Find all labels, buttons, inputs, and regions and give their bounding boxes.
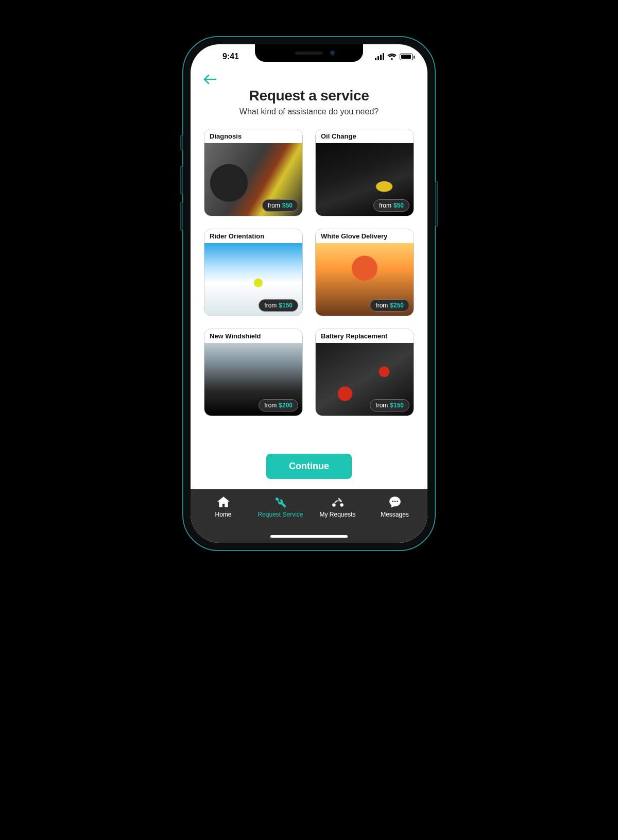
price-prefix: from [379, 202, 391, 209]
continue-button[interactable]: Continue [266, 454, 352, 479]
price-amount: $150 [279, 302, 293, 309]
price-prefix: from [375, 302, 388, 309]
price-pill: from$200 [259, 399, 298, 412]
service-card-battery-replacement[interactable]: Battery Replacementfrom$150 [315, 329, 414, 416]
bottom-nav: Home Request Service My Requests Message… [191, 489, 427, 543]
price-prefix: from [264, 402, 277, 409]
phone-screen: 9:41 [191, 44, 427, 543]
price-amount: $50 [393, 202, 404, 209]
side-button-vol-down [180, 202, 183, 231]
notch-speaker [295, 52, 323, 55]
nav-request-service[interactable]: Request Service [258, 495, 304, 518]
price-pill: from$250 [370, 299, 409, 312]
service-card-rider-orientation[interactable]: Rider Orientationfrom$150 [204, 229, 303, 316]
service-card-title: Battery Replacement [316, 329, 414, 343]
service-card-title: Diagnosis [204, 129, 302, 143]
nav-request-label: Request Service [258, 511, 303, 518]
chat-icon [388, 495, 402, 509]
service-card-title: Oil Change [316, 129, 414, 143]
side-button-mute [180, 135, 183, 150]
page-subtitle: What kind of assistance do you need? [201, 107, 417, 116]
service-grid: Diagnosisfrom$50Oil Changefrom$50Rider O… [191, 124, 427, 441]
status-indicators [375, 53, 413, 60]
motorcycle-icon [331, 495, 345, 509]
tools-icon [274, 495, 287, 509]
nav-mine-label: My Requests [319, 511, 355, 518]
home-icon [217, 495, 230, 509]
price-pill: from$150 [370, 399, 409, 412]
price-prefix: from [375, 402, 388, 409]
app-header [191, 69, 427, 87]
notch-camera [330, 50, 335, 56]
price-amount: $50 [282, 202, 293, 209]
price-amount: $200 [279, 402, 293, 409]
home-indicator[interactable] [270, 535, 348, 538]
stage: 9:41 [0, 0, 618, 840]
title-wrap: Request a service What kind of assistanc… [191, 87, 427, 124]
price-prefix: from [264, 302, 277, 309]
page-title: Request a service [201, 88, 417, 104]
service-card-new-windshield[interactable]: New Windshieldfrom$200 [204, 329, 303, 416]
back-button[interactable] [201, 72, 219, 87]
continue-wrap: Continue [191, 441, 427, 489]
price-pill: from$150 [259, 299, 298, 312]
cellular-icon [375, 53, 384, 60]
phone-frame: 9:41 [182, 36, 436, 551]
price-pill: from$50 [373, 199, 409, 212]
status-time: 9:41 [205, 52, 256, 61]
nav-home-label: Home [215, 511, 231, 518]
price-pill: from$50 [262, 199, 298, 212]
nav-messages-label: Messages [381, 511, 409, 518]
service-card-oil-change[interactable]: Oil Changefrom$50 [315, 129, 414, 216]
price-amount: $150 [390, 402, 404, 409]
arrow-left-icon [203, 74, 217, 84]
service-card-diagnosis[interactable]: Diagnosisfrom$50 [204, 129, 303, 216]
phone-notch [255, 44, 363, 62]
nav-my-requests[interactable]: My Requests [315, 495, 361, 518]
service-card-title: Rider Orientation [204, 229, 302, 243]
nav-home[interactable]: Home [200, 495, 247, 518]
service-card-title: New Windshield [204, 329, 302, 343]
wifi-icon [387, 53, 397, 60]
price-amount: $250 [390, 302, 404, 309]
nav-messages[interactable]: Messages [372, 495, 418, 518]
service-card-white-glove-delivery[interactable]: White Glove Deliveryfrom$250 [315, 229, 414, 316]
battery-icon [400, 54, 413, 60]
price-prefix: from [268, 202, 280, 209]
side-button-vol-up [180, 166, 183, 195]
service-card-title: White Glove Delivery [316, 229, 414, 243]
side-button-power [435, 181, 438, 227]
